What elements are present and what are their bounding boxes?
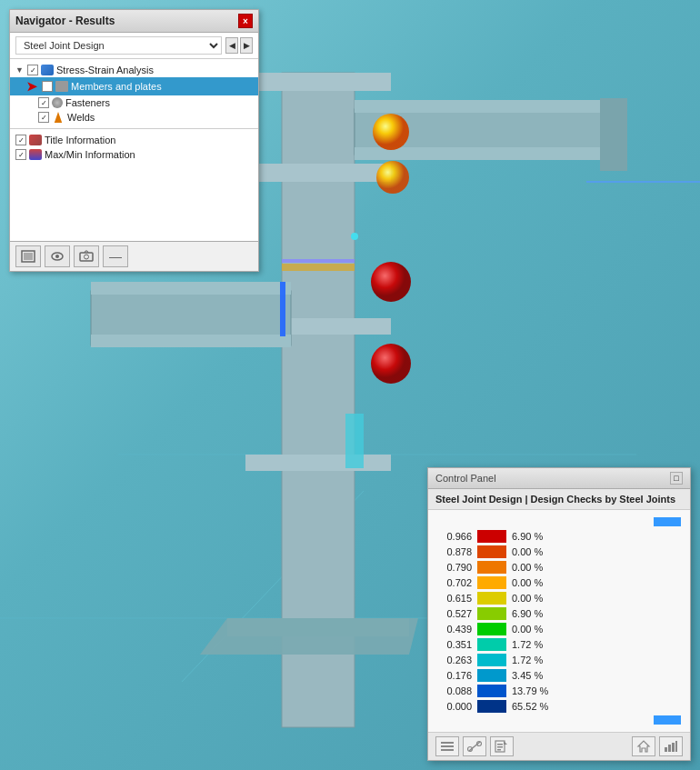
svg-rect-43 [665, 747, 667, 752]
legend-value: 0.351 [437, 639, 472, 650]
fasteners-icon [52, 97, 63, 108]
legend-percent: 6.90 % [512, 608, 681, 619]
title-icon [29, 135, 42, 145]
arrow-indicator: ➤ [26, 79, 37, 94]
checkbox-stress-strain[interactable] [27, 65, 38, 75]
separator-icon: — [109, 249, 122, 264]
svg-rect-31 [80, 253, 93, 261]
legend-color-box [477, 638, 506, 651]
legend-percent: 0.00 % [512, 624, 681, 635]
checkbox-members-plates[interactable] [42, 81, 53, 92]
legend-percent: 0.00 % [512, 593, 681, 604]
svg-rect-20 [345, 414, 364, 468]
tree-label-title-info: Title Information [45, 135, 115, 145]
dropdown-row: Steel Joint Design ◀ ▶ [10, 33, 258, 59]
close-button[interactable]: × [238, 14, 253, 28]
legend-color-box [477, 669, 506, 682]
tree-item-welds[interactable]: ▼ Welds [10, 110, 258, 125]
legend-value: 0.176 [437, 670, 472, 681]
svg-line-36 [469, 742, 480, 751]
tree-label-fasteners: Fasteners [65, 97, 110, 108]
legend-color-box [477, 592, 506, 605]
svg-rect-10 [91, 335, 291, 347]
cp-legend-area: 0.966 6.90 % 0.878 0.00 % 0.790 0.00 % 0… [428, 510, 690, 732]
legend-color-box [477, 700, 506, 713]
svg-rect-33 [441, 742, 454, 744]
legend-value: 0.527 [437, 608, 472, 619]
svg-point-32 [85, 255, 89, 259]
view-button[interactable] [45, 245, 70, 267]
legend-list-button[interactable] [435, 736, 459, 756]
home-button[interactable] [632, 736, 655, 756]
prev-arrow[interactable]: ◀ [225, 37, 238, 54]
tree-separator [10, 128, 258, 129]
chart-button[interactable] [659, 736, 683, 756]
home-icon [636, 740, 651, 753]
svg-line-2 [182, 491, 364, 682]
separator-button[interactable]: — [103, 245, 128, 267]
svg-rect-44 [668, 745, 671, 752]
legend-color-box [477, 576, 506, 589]
selection-tool-button[interactable] [15, 245, 41, 267]
next-arrow[interactable]: ▶ [240, 37, 253, 54]
checkbox-fasteners[interactable] [38, 97, 49, 108]
legend-color-box [477, 530, 506, 543]
cp-bottom-right-icons [632, 736, 683, 756]
eye-icon [50, 250, 65, 263]
tree-item-title-info[interactable]: Title Information [10, 133, 258, 147]
scale-button[interactable] [463, 736, 486, 756]
checkbox-title-info[interactable] [15, 135, 26, 145]
camera-button[interactable] [74, 245, 99, 267]
cp-close-button[interactable]: □ [670, 472, 683, 485]
legend-value: 0.878 [437, 546, 472, 557]
legend-row: 0.088 13.79 % [437, 685, 681, 697]
svg-rect-6 [245, 318, 391, 335]
svg-point-24 [376, 161, 409, 194]
svg-rect-28 [24, 253, 33, 260]
checkbox-welds[interactable] [38, 112, 49, 123]
export-icon [495, 740, 509, 753]
legend-color-box [477, 623, 506, 635]
tree-item-maxmin-info[interactable]: Max/Min Information [10, 147, 258, 162]
design-type-dropdown[interactable]: Steel Joint Design [15, 36, 222, 55]
navigator-title: Navigator - Results [15, 15, 115, 27]
legend-percent: 0.00 % [512, 577, 681, 588]
legend-percent: 13.79 % [512, 685, 681, 696]
legend-top-bar [654, 517, 681, 526]
svg-rect-7 [245, 455, 391, 471]
svg-point-21 [371, 262, 411, 302]
svg-rect-12 [355, 100, 609, 113]
tree-item-members-plates[interactable]: ➤ Members and plates [10, 77, 258, 95]
legend-percent: 3.45 % [512, 670, 681, 681]
svg-rect-16 [282, 259, 355, 263]
svg-rect-15 [282, 264, 355, 271]
export-button[interactable] [490, 736, 514, 756]
svg-point-30 [55, 255, 59, 258]
tree-label-members-plates: Members and plates [71, 81, 162, 92]
tree-item-fasteners[interactable]: ▼ Fasteners [10, 95, 258, 110]
legend-value: 0.966 [437, 531, 472, 542]
svg-rect-8 [91, 291, 291, 345]
legend-row: 0.527 6.90 % [437, 607, 681, 620]
legend-row: 0.000 65.52 % [437, 700, 681, 713]
legend-row: 0.176 3.45 % [437, 669, 681, 682]
cp-title-bar: Control Panel □ [428, 468, 690, 489]
svg-rect-17 [280, 282, 285, 336]
tree-area: ▼ Stress-Strain Analysis ➤ Members and p… [10, 59, 258, 241]
svg-point-23 [373, 114, 409, 150]
checkbox-maxmin-info[interactable] [15, 149, 26, 160]
legend-value: 0.790 [437, 562, 472, 573]
cp-bottom-toolbar [428, 732, 690, 760]
tree-label-welds: Welds [67, 112, 95, 123]
tree-item-stress-strain[interactable]: ▼ Stress-Strain Analysis [10, 63, 258, 77]
legend-value: 0.000 [437, 701, 472, 712]
chart-icon [664, 740, 678, 753]
svg-rect-4 [245, 73, 391, 91]
legend-row: 0.439 0.00 % [437, 623, 681, 635]
welds-icon [52, 112, 65, 123]
svg-rect-14 [600, 98, 627, 171]
svg-rect-35 [441, 749, 454, 751]
svg-rect-46 [675, 741, 677, 752]
legend-color-box [477, 654, 506, 666]
legend-row: 0.263 1.72 % [437, 654, 681, 666]
